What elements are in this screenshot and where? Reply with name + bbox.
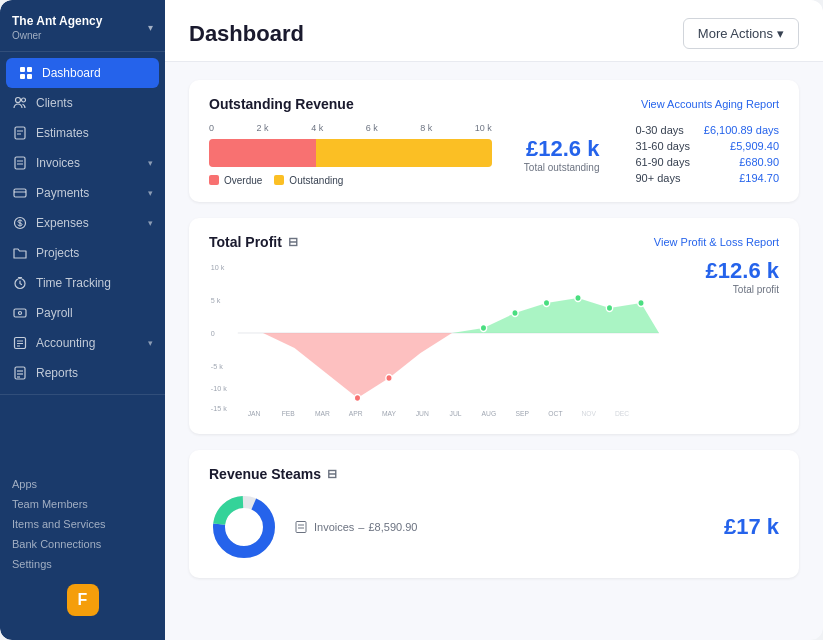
sidebar-item-payments[interactable]: Payments ▾ xyxy=(0,178,165,208)
sidebar-item-clients[interactable]: Clients xyxy=(0,88,165,118)
sidebar-item-label: Expenses xyxy=(36,216,89,230)
sidebar-footer-apps[interactable]: Apps xyxy=(12,474,153,494)
revenue-label: Total outstanding xyxy=(524,162,600,173)
revenue-streams-content: Invoices – £8,590.90 £17 k xyxy=(209,492,779,562)
svg-point-18 xyxy=(19,311,22,314)
company-role: Owner xyxy=(12,30,102,41)
sidebar-item-label: Time Tracking xyxy=(36,276,111,290)
sidebar-item-accounting[interactable]: Accounting ▾ xyxy=(0,328,165,358)
sidebar: The Ant Agency Owner ▾ Dashboard Clients… xyxy=(0,0,165,640)
revenue-streams-title: Revenue Steams ⊟ xyxy=(209,466,337,482)
svg-point-40 xyxy=(606,305,612,312)
sidebar-header-chevron-icon: ▾ xyxy=(148,22,153,33)
more-actions-label: More Actions xyxy=(698,26,773,41)
svg-text:OCT: OCT xyxy=(548,410,563,418)
projects-icon xyxy=(12,245,28,261)
svg-rect-0 xyxy=(20,67,25,72)
profit-chart-area: 10 k 5 k 0 -5 k -10 k -15 k xyxy=(209,258,779,418)
sidebar-item-expenses[interactable]: Expenses ▾ xyxy=(0,208,165,238)
svg-point-39 xyxy=(575,295,581,302)
svg-rect-9 xyxy=(15,157,25,169)
accounting-chevron-icon: ▾ xyxy=(148,338,153,348)
svg-point-5 xyxy=(22,98,26,102)
revenue-donut-chart xyxy=(209,492,279,562)
revenue-info: Invoices – £8,590.90 £17 k xyxy=(295,514,779,540)
sidebar-footer-items[interactable]: Items and Services xyxy=(12,514,153,534)
sidebar-item-label: Dashboard xyxy=(42,66,101,80)
bar-overdue xyxy=(209,139,316,167)
outstanding-label: Outstanding xyxy=(289,175,343,186)
expenses-chevron-icon: ▾ xyxy=(148,218,153,228)
sidebar-item-label: Payroll xyxy=(36,306,73,320)
sidebar-item-reports[interactable]: Reports xyxy=(0,358,165,388)
sidebar-item-projects[interactable]: Projects xyxy=(0,238,165,268)
dashboard-icon xyxy=(18,65,34,81)
accounting-icon xyxy=(12,335,28,351)
payments-icon xyxy=(12,185,28,201)
invoice-dash: – xyxy=(358,521,364,533)
profit-chart-svg: 10 k 5 k 0 -5 k -10 k -15 k xyxy=(209,258,677,418)
sidebar-footer-team[interactable]: Team Members xyxy=(12,494,153,514)
filter-icon[interactable]: ⊟ xyxy=(288,235,298,249)
sidebar-item-label: Reports xyxy=(36,366,78,380)
revenue-streams-header: Revenue Steams ⊟ xyxy=(209,466,779,482)
profit-label: Total profit xyxy=(689,284,779,295)
main-header: Dashboard More Actions ▾ xyxy=(165,0,823,62)
total-profit-widget: Total Profit ⊟ View Profit & Loss Report… xyxy=(189,218,799,434)
view-aging-report-link[interactable]: View Accounts Aging Report xyxy=(641,98,779,110)
time-tracking-icon xyxy=(12,275,28,291)
invoice-info: Invoices – £8,590.90 xyxy=(295,521,417,533)
sidebar-header[interactable]: The Ant Agency Owner ▾ xyxy=(0,0,165,52)
dashboard-content: Outstanding Revenue View Accounts Aging … xyxy=(165,62,823,640)
estimates-icon xyxy=(12,125,28,141)
svg-point-38 xyxy=(543,300,549,307)
sidebar-item-invoices[interactable]: Invoices ▾ xyxy=(0,148,165,178)
sidebar-item-time-tracking[interactable]: Time Tracking xyxy=(0,268,165,298)
sidebar-footer-bank[interactable]: Bank Connections xyxy=(12,534,153,554)
svg-text:-15 k: -15 k xyxy=(211,404,227,413)
revenue-total: £12.6 k Total outstanding xyxy=(508,136,600,173)
outstanding-color-dot xyxy=(274,175,284,185)
sidebar-item-label: Payments xyxy=(36,186,89,200)
sidebar-item-estimates[interactable]: Estimates xyxy=(0,118,165,148)
bar-legend: Overdue Outstanding xyxy=(209,175,492,186)
svg-rect-17 xyxy=(14,309,26,317)
sidebar-item-dashboard[interactable]: Dashboard xyxy=(6,58,159,88)
app-logo: F xyxy=(67,584,99,616)
revenue-streams-widget: Revenue Steams ⊟ xyxy=(189,450,799,578)
aging-row-1: 0-30 days £6,100.89 days xyxy=(635,122,779,138)
sidebar-item-label: Projects xyxy=(36,246,79,260)
legend-outstanding: Outstanding xyxy=(274,175,343,186)
profit-chart: 10 k 5 k 0 -5 k -10 k -15 k xyxy=(209,258,677,418)
more-actions-chevron-icon: ▾ xyxy=(777,26,784,41)
svg-text:-5 k: -5 k xyxy=(211,362,223,371)
svg-text:JUL: JUL xyxy=(450,410,462,418)
sidebar-item-payroll[interactable]: Payroll xyxy=(0,298,165,328)
payroll-icon xyxy=(12,305,28,321)
legend-overdue: Overdue xyxy=(209,175,262,186)
invoice-label: Invoices xyxy=(314,521,354,533)
outstanding-revenue-header: Outstanding Revenue View Accounts Aging … xyxy=(209,96,779,112)
bar-outstanding xyxy=(316,139,491,167)
sidebar-footer: Apps Team Members Items and Services Ban… xyxy=(0,464,165,640)
reports-icon xyxy=(12,365,28,381)
profit-total: £12.6 k Total profit xyxy=(689,258,779,418)
sidebar-item-label: Accounting xyxy=(36,336,95,350)
svg-text:SEP: SEP xyxy=(515,410,529,418)
outstanding-revenue-title: Outstanding Revenue xyxy=(209,96,354,112)
total-profit-header: Total Profit ⊟ View Profit & Loss Report xyxy=(209,234,779,250)
svg-text:-10 k: -10 k xyxy=(211,384,227,393)
streams-filter-icon[interactable]: ⊟ xyxy=(327,467,337,481)
more-actions-button[interactable]: More Actions ▾ xyxy=(683,18,799,49)
page-title: Dashboard xyxy=(189,21,304,47)
svg-rect-3 xyxy=(27,74,32,79)
sidebar-footer-settings[interactable]: Settings xyxy=(12,554,153,574)
aging-table: 0-30 days £6,100.89 days 31-60 days £5,9… xyxy=(615,122,779,186)
svg-point-4 xyxy=(16,97,21,102)
revenue-bar-track xyxy=(209,139,492,167)
profit-amount: £12.6 k xyxy=(689,258,779,284)
invoices-chevron-icon: ▾ xyxy=(148,158,153,168)
view-profit-loss-link[interactable]: View Profit & Loss Report xyxy=(654,236,779,248)
svg-point-34 xyxy=(354,395,360,402)
main-content: Dashboard More Actions ▾ Outstanding Rev… xyxy=(165,0,823,640)
